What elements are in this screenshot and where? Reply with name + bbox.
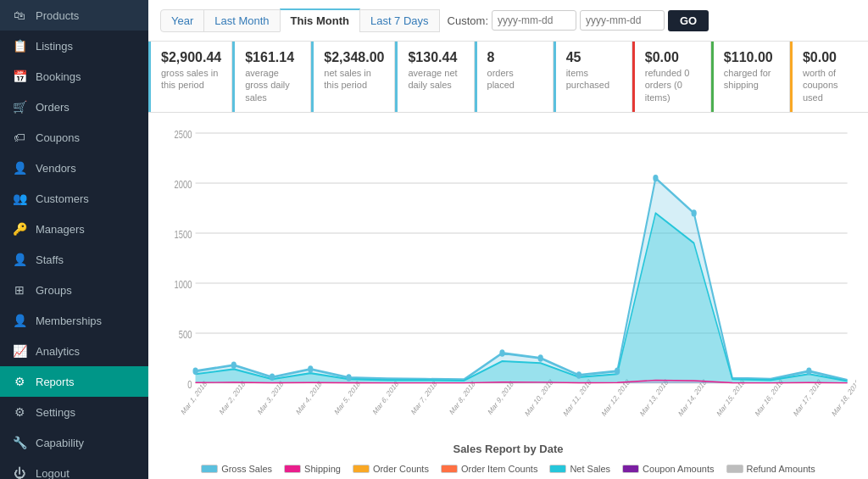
stat-value-1: $161.14 [245, 50, 300, 65]
svg-point-35 [270, 374, 275, 381]
sidebar-label: Settings [36, 406, 75, 419]
sidebar-label: Coupons [36, 131, 80, 144]
sidebar-item-coupons[interactable]: 🏷 Coupons [0, 122, 148, 153]
sidebar-item-vendors[interactable]: 👤 Vendors [0, 153, 148, 183]
date-start-input[interactable] [492, 10, 576, 31]
date-tab-last-7-days[interactable]: Last 7 Days [359, 9, 440, 32]
sidebar-item-groups[interactable]: ⊞ Groups [0, 275, 148, 305]
stat-label-1: average gross daily sales [245, 67, 300, 103]
svg-text:Mar 8, 2018: Mar 8, 2018 [448, 378, 476, 416]
sidebar-icon-products: 🛍 [12, 8, 27, 22]
sidebar-label: Logout [36, 467, 70, 480]
sidebar-item-products[interactable]: 🛍 Products [0, 0, 148, 31]
svg-point-44 [806, 367, 811, 374]
legend-label-6: Refund Amounts [747, 464, 815, 474]
svg-point-43 [692, 209, 697, 216]
sidebar-icon-groups: ⊞ [12, 283, 27, 297]
svg-point-33 [192, 367, 198, 374]
sidebar-label: Orders [36, 101, 70, 114]
legend-item-0: Gross Sales [201, 464, 272, 474]
stat-label-3: average net daily sales [408, 67, 463, 92]
sidebar-item-capability[interactable]: 🔧 Capability [0, 427, 148, 458]
sidebar-item-staffs[interactable]: 👤 Staffs [0, 244, 148, 275]
legend-label-0: Gross Sales [221, 464, 272, 474]
legend-label-2: Order Counts [373, 464, 429, 474]
legend-item-3: Order Item Counts [441, 464, 537, 474]
stat-card-3: $130.44 average net daily sales [395, 42, 474, 112]
sidebar-label: Staffs [36, 253, 64, 266]
stat-value-2: $2,348.00 [324, 50, 384, 65]
sidebar-item-settings[interactable]: ⚙ Settings [0, 397, 148, 427]
stat-card-7: $110.00 charged for shipping [711, 42, 790, 112]
stat-label-7: charged for shipping [724, 67, 779, 92]
svg-text:500: 500 [179, 328, 192, 340]
sidebar-item-memberships[interactable]: 👤 Memberships [0, 305, 148, 336]
stat-value-0: $2,900.44 [161, 50, 221, 65]
svg-text:Mar 5, 2018: Mar 5, 2018 [333, 378, 361, 416]
sidebar-item-analytics[interactable]: 📈 Analytics [0, 336, 148, 366]
date-end-input[interactable] [580, 10, 665, 31]
svg-point-38 [499, 349, 504, 356]
date-tab-last-month[interactable]: Last Month [203, 9, 280, 32]
sidebar-label: Capability [36, 437, 84, 449]
sidebar-item-reports[interactable]: ⚙ Reports [0, 366, 148, 397]
custom-label: Custom: [448, 14, 488, 27]
svg-text:Mar 6, 2018: Mar 6, 2018 [371, 378, 399, 416]
sidebar-label: Customers [36, 192, 89, 205]
stat-value-6: $0.00 [645, 50, 700, 65]
sidebar-item-listings[interactable]: 📋 Listings [0, 31, 148, 61]
legend-label-5: Coupon Amounts [643, 464, 714, 474]
chart-title: Sales Report by Date [160, 443, 856, 455]
sidebar-label: Listings [36, 40, 73, 53]
sidebar-icon-settings: ⚙ [12, 405, 27, 419]
legend-color-1 [284, 465, 301, 473]
chart-legend: Gross Sales Shipping Order Counts Order … [160, 459, 856, 479]
sidebar-icon-managers: 🔑 [12, 222, 27, 236]
sidebar-icon-logout: ⏻ [12, 466, 27, 479]
date-tab-year[interactable]: Year [160, 9, 204, 32]
svg-text:1500: 1500 [175, 228, 192, 240]
sidebar-item-logout[interactable]: ⏻ Logout [0, 458, 148, 479]
sidebar-icon-reports: ⚙ [12, 375, 27, 388]
sidebar-icon-analytics: 📈 [12, 344, 27, 358]
legend-color-6 [726, 465, 743, 473]
date-tab-this-month[interactable]: This Month [280, 8, 360, 32]
sidebar-item-managers[interactable]: 🔑 Managers [0, 214, 148, 244]
sidebar-label: Managers [36, 223, 85, 236]
sidebar-item-bookings[interactable]: 📅 Bookings [0, 61, 148, 92]
legend-item-4: Net Sales [549, 464, 610, 474]
svg-point-39 [538, 354, 543, 361]
chart-container: 05001000150020002500Mar 1, 2018Mar 2, 20… [160, 121, 856, 443]
stat-value-7: $110.00 [724, 50, 779, 65]
svg-point-34 [231, 361, 236, 368]
sidebar-label: Products [36, 9, 79, 22]
sidebar-item-orders[interactable]: 🛒 Orders [0, 92, 148, 122]
stat-card-8: $0.00 worth of coupons used [790, 42, 868, 112]
legend-label-1: Shipping [304, 464, 341, 474]
chart-area: 05001000150020002500Mar 1, 2018Mar 2, 20… [148, 113, 868, 479]
go-button[interactable]: GO [668, 10, 709, 31]
svg-point-40 [576, 371, 581, 378]
svg-text:0: 0 [187, 378, 192, 390]
svg-text:Mar 3, 2018: Mar 3, 2018 [257, 378, 285, 416]
stat-label-6: refunded 0 orders (0 items) [645, 67, 700, 103]
svg-text:Mar 4, 2018: Mar 4, 2018 [295, 378, 323, 416]
sidebar-label: Analytics [36, 345, 80, 358]
svg-text:Mar 1, 2018: Mar 1, 2018 [180, 378, 208, 416]
legend-color-0 [201, 465, 218, 473]
svg-text:1000: 1000 [175, 278, 192, 290]
sidebar-item-customers[interactable]: 👥 Customers [0, 183, 148, 214]
sidebar-icon-bookings: 📅 [12, 70, 27, 83]
sidebar: 🛍 Products📋 Listings📅 Bookings🛒 Orders🏷 … [0, 0, 148, 479]
svg-text:Mar 7, 2018: Mar 7, 2018 [410, 378, 438, 416]
stat-value-5: 45 [566, 50, 621, 65]
stat-label-5: items purchased [566, 67, 621, 92]
legend-item-6: Refund Amounts [726, 464, 815, 474]
main-content: YearLast MonthThis MonthLast 7 DaysCusto… [148, 0, 868, 479]
svg-text:Mar 9, 2018: Mar 9, 2018 [487, 378, 515, 416]
svg-text:Mar 2, 2018: Mar 2, 2018 [218, 378, 246, 416]
svg-point-42 [653, 175, 658, 181]
legend-item-5: Coupon Amounts [622, 464, 714, 474]
legend-color-5 [622, 465, 639, 473]
stat-value-4: 8 [487, 50, 542, 65]
